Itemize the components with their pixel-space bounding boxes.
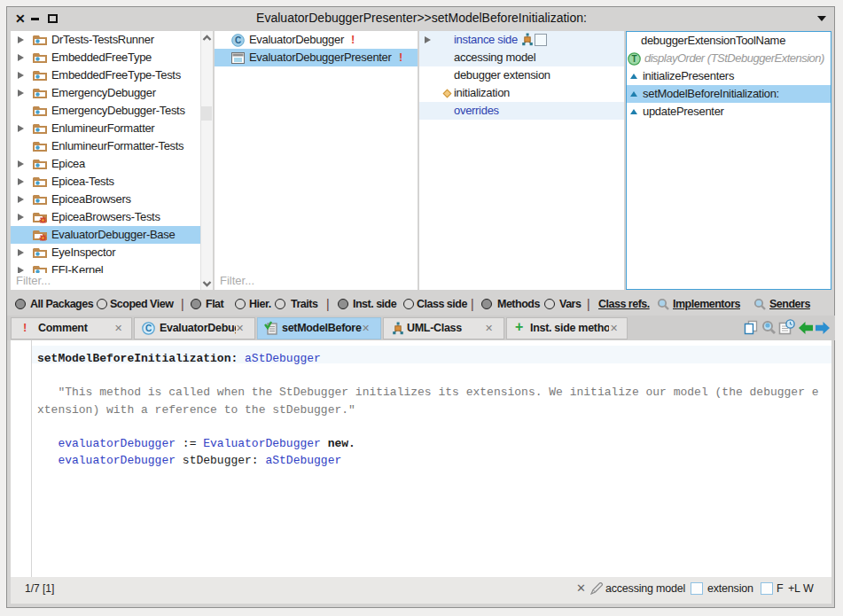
svg-text:T: T [632, 54, 637, 64]
svg-text:C: C [235, 35, 241, 45]
svg-text:C: C [145, 324, 152, 333]
